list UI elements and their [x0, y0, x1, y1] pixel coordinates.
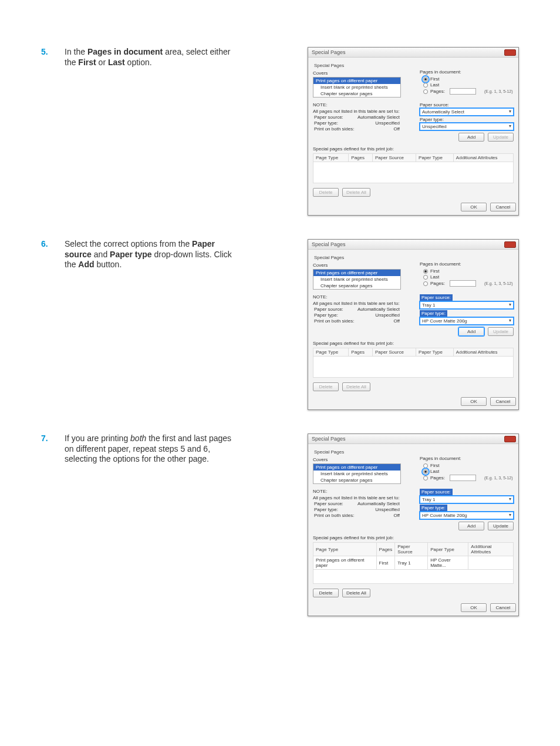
print-both-sides-label: Print on both sides:	[314, 513, 354, 518]
paper-source-select[interactable]: Automatically Select	[420, 108, 514, 116]
note-title: NOTE:	[313, 294, 401, 300]
paper-source-select[interactable]: Tray 1	[420, 496, 514, 503]
col-paper-type: Paper Type	[416, 154, 454, 162]
special-pages-table: Page Type Pages Paper Source Paper Type …	[313, 348, 514, 378]
update-button[interactable]: Update	[488, 133, 514, 142]
delete-button[interactable]: Delete	[313, 589, 339, 597]
list-item[interactable]: Insert blank or preprinted sheets	[313, 84, 400, 90]
cancel-button[interactable]: Cancel	[490, 603, 516, 612]
special-pages-table: Page Type Pages Paper Source Paper Type …	[313, 153, 514, 183]
radio-pages-label: Pages:	[430, 281, 445, 286]
paper-source-label: Paper source:	[314, 115, 343, 120]
ok-button[interactable]: OK	[461, 603, 487, 612]
table-row[interactable]: Print pages on different paper First Tra…	[313, 556, 514, 570]
print-both-sides-value: Off	[393, 318, 400, 324]
radio-last[interactable]	[423, 83, 428, 88]
cell-additional	[468, 556, 514, 570]
list-item[interactable]: Print pages on different paper	[313, 464, 400, 471]
dialog-title: Special Pages	[308, 434, 518, 444]
radio-first[interactable]	[423, 77, 428, 82]
col-pages: Pages	[349, 154, 373, 162]
note-subtitle: All pages not listed in this table are s…	[313, 301, 401, 306]
pages-in-document-label: Pages in document:	[420, 456, 514, 461]
col-page-type: Page Type	[313, 543, 377, 556]
col-pages: Pages	[349, 348, 373, 357]
cancel-button[interactable]: Cancel	[490, 397, 516, 406]
update-button[interactable]: Update	[488, 327, 514, 336]
close-icon[interactable]	[504, 436, 516, 442]
add-button[interactable]: Add	[458, 327, 484, 336]
paper-type-value: Unspecified	[375, 312, 400, 318]
covers-list[interactable]: Print pages on different paper Insert bl…	[313, 463, 401, 484]
list-item[interactable]: Print pages on different paper	[313, 270, 400, 276]
step-text: In the Pages in document area, select ei…	[65, 47, 241, 68]
radio-pages-label: Pages:	[430, 475, 445, 480]
table-caption: Special pages defined for this print job…	[313, 341, 514, 346]
paper-source-select[interactable]: Tray 1	[420, 301, 514, 309]
list-item[interactable]: Insert blank or preprinted sheets	[313, 471, 400, 477]
col-paper-type: Paper Type	[416, 348, 454, 357]
print-both-sides-value: Off	[393, 513, 400, 518]
radio-last[interactable]	[423, 469, 428, 474]
close-icon[interactable]	[504, 241, 516, 248]
col-paper-type: Paper Type	[428, 543, 468, 556]
paper-source-label: Paper source:	[420, 102, 514, 107]
covers-list[interactable]: Print pages on different paper Insert bl…	[313, 269, 401, 290]
close-icon[interactable]	[504, 49, 516, 56]
cell-page-type: Print pages on different paper	[313, 556, 377, 570]
delete-all-button[interactable]: Delete All	[342, 188, 370, 197]
radio-pages-label: Pages:	[430, 89, 445, 94]
radio-first[interactable]	[423, 269, 428, 274]
table-caption: Special pages defined for this print job…	[313, 146, 514, 152]
add-button[interactable]: Add	[458, 133, 484, 142]
table-caption: Special pages defined for this print job…	[313, 535, 514, 540]
paper-type-value: Unspecified	[375, 120, 400, 126]
radio-first-label: First	[430, 463, 440, 468]
pages-input[interactable]	[450, 88, 476, 95]
radio-pages[interactable]	[423, 281, 428, 286]
list-item[interactable]: Insert blank or preprinted sheets	[313, 276, 400, 283]
list-item[interactable]: Chapter separator pages	[313, 477, 400, 483]
pages-in-document-label: Pages in document:	[420, 261, 514, 267]
pages-input[interactable]	[450, 475, 476, 481]
radio-last[interactable]	[423, 275, 428, 280]
step-text: If you are printing both the first and l…	[65, 434, 241, 465]
cancel-button[interactable]: Cancel	[490, 203, 516, 211]
pages-input[interactable]	[450, 280, 476, 287]
pages-example: (E.g. 1, 3, 5-12)	[484, 476, 513, 480]
pages-example: (E.g. 1, 3, 5-12)	[484, 281, 513, 285]
radio-pages[interactable]	[423, 89, 428, 94]
cell-pages: First	[376, 556, 395, 570]
table-row	[313, 570, 514, 584]
group-label: Special Pages	[314, 449, 514, 455]
paper-type-select[interactable]: HP Cover Matte 200g	[420, 512, 514, 519]
update-button[interactable]: Update	[488, 522, 514, 530]
col-pages: Pages	[376, 543, 395, 556]
delete-button[interactable]: Delete	[313, 188, 339, 197]
paper-type-label: Paper type:	[420, 310, 447, 317]
paper-source-value: Automatically Select	[357, 501, 400, 506]
group-label: Special Pages	[314, 63, 514, 68]
note-title: NOTE:	[313, 489, 401, 494]
add-button[interactable]: Add	[458, 522, 484, 530]
ok-button[interactable]: OK	[461, 203, 487, 211]
radio-pages[interactable]	[423, 476, 428, 480]
cell-paper-type: HP Cover Matte...	[428, 556, 468, 570]
covers-list[interactable]: Print pages on different paper Insert bl…	[313, 77, 401, 98]
delete-all-button[interactable]: Delete All	[342, 382, 370, 391]
dialog-title: Special Pages	[308, 240, 518, 250]
paper-type-select[interactable]: Unspecified	[420, 123, 514, 130]
paper-source-label: Paper source:	[314, 307, 343, 312]
list-item[interactable]: Chapter separator pages	[313, 283, 400, 289]
delete-button[interactable]: Delete	[313, 382, 339, 391]
list-item[interactable]: Print pages on different paper	[313, 78, 400, 84]
cell-paper-source: Tray 1	[395, 556, 428, 570]
col-paper-source: Paper Source	[372, 348, 416, 357]
paper-type-select[interactable]: HP Cover Matte 200g	[420, 317, 514, 325]
paper-source-value: Automatically Select	[357, 115, 400, 120]
ok-button[interactable]: OK	[461, 397, 487, 406]
radio-first[interactable]	[423, 463, 428, 468]
print-both-sides-label: Print on both sides:	[314, 318, 354, 324]
list-item[interactable]: Chapter separator pages	[313, 90, 400, 97]
delete-all-button[interactable]: Delete All	[342, 589, 370, 597]
